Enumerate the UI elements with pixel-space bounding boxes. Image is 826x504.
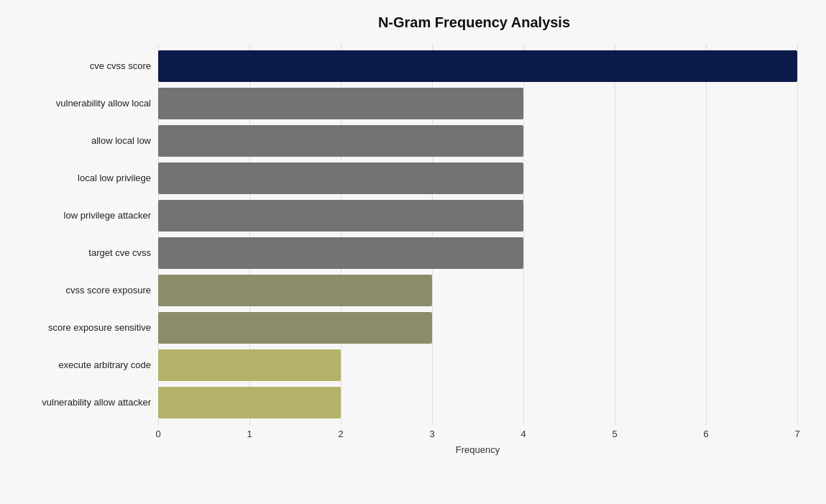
chart-container: N-Gram Frequency Analysis cve cvss score… bbox=[0, 0, 826, 504]
bar bbox=[158, 387, 341, 418]
y-label: score exposure sensitive bbox=[7, 309, 158, 347]
x-axis-labels: 01234567 bbox=[158, 429, 797, 443]
y-label: execute arbitrary code bbox=[7, 347, 158, 384]
y-label: vulnerability allow attacker bbox=[7, 384, 158, 421]
bar bbox=[158, 200, 523, 232]
bars-section: cve cvss scorevulnerability allow locala… bbox=[7, 44, 797, 425]
bar-row bbox=[158, 197, 797, 234]
x-tick-label: 0 bbox=[155, 429, 160, 439]
bar-row bbox=[158, 272, 797, 309]
y-label: cvss score exposure bbox=[7, 272, 158, 309]
chart-title: N-Gram Frequency Analysis bbox=[7, 14, 797, 31]
bar bbox=[158, 88, 523, 119]
y-label: allow local low bbox=[7, 122, 158, 160]
x-axis: 01234567 bbox=[7, 429, 797, 443]
bar-row bbox=[158, 47, 797, 85]
y-label: low privilege attacker bbox=[7, 197, 158, 234]
chart-area: cve cvss scorevulnerability allow locala… bbox=[7, 44, 797, 440]
bar bbox=[158, 275, 432, 306]
y-label: vulnerability allow local bbox=[7, 85, 158, 122]
x-tick-label: 4 bbox=[520, 429, 526, 439]
x-tick-label: 6 bbox=[703, 429, 708, 439]
x-tick-label: 5 bbox=[612, 429, 617, 439]
y-label: target cve cvss bbox=[7, 234, 158, 272]
bars-and-grid bbox=[158, 44, 797, 425]
bar-row bbox=[158, 309, 797, 347]
y-labels: cve cvss scorevulnerability allow locala… bbox=[7, 44, 158, 425]
x-tick-label: 7 bbox=[794, 429, 799, 439]
bar bbox=[158, 125, 523, 157]
bar bbox=[158, 50, 797, 82]
bar-row bbox=[158, 384, 797, 421]
y-label: cve cvss score bbox=[7, 47, 158, 85]
bar bbox=[158, 162, 523, 194]
bar-row bbox=[158, 234, 797, 272]
bar-row bbox=[158, 85, 797, 122]
bar-row bbox=[158, 122, 797, 160]
x-tick-label: 2 bbox=[338, 429, 343, 439]
y-label: local low privilege bbox=[7, 160, 158, 197]
bar bbox=[158, 312, 432, 344]
bar bbox=[158, 237, 523, 269]
grid-line bbox=[797, 44, 798, 425]
x-tick-label: 3 bbox=[429, 429, 434, 439]
bar-row bbox=[158, 347, 797, 384]
x-tick-label: 1 bbox=[247, 429, 252, 439]
x-axis-title: Frequency bbox=[7, 444, 797, 455]
bar-row bbox=[158, 160, 797, 197]
bar bbox=[158, 349, 341, 381]
